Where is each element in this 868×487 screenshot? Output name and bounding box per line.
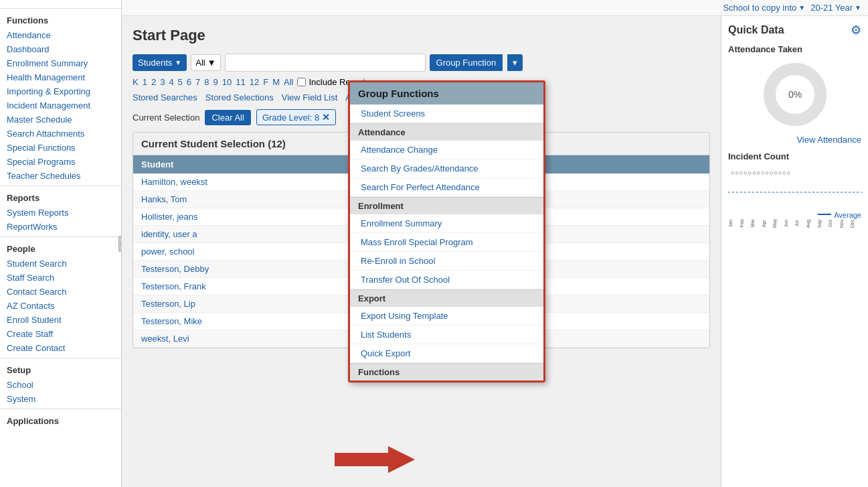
students-dropdown-btn[interactable]: Students ▼ (133, 54, 187, 71)
student-name-link[interactable]: Testerson, Mike (141, 316, 202, 326)
quick-data-header: Quick Data ⚙ (728, 23, 861, 38)
popup-item-student-screens[interactable]: Student Screens (350, 105, 543, 123)
attendance-section: Attendance Taken 0% View Attendance (728, 44, 861, 145)
sidebar-item-system[interactable]: System (0, 392, 121, 406)
donut-percent-text: 0% (788, 89, 801, 100)
incident-bar-chart (728, 179, 862, 206)
year-chevron-icon: ▼ (855, 4, 861, 11)
grade-9[interactable]: 9 (213, 77, 218, 87)
student-name-link[interactable]: power, school (141, 247, 195, 257)
avg-label: Average (834, 211, 861, 219)
all-select[interactable]: All ▼ (191, 54, 220, 71)
view-field-list-link[interactable]: View Field List (282, 92, 338, 102)
sidebar-item-search-attachments[interactable]: Search Attachments (0, 127, 121, 141)
student-name-link[interactable]: identity, user a (141, 229, 197, 239)
grade-1[interactable]: 1 (143, 77, 147, 87)
popup-item-mass-enroll[interactable]: Mass Enroll Special Program (350, 233, 543, 252)
grade-11[interactable]: 11 (236, 77, 245, 87)
sidebar-item-az-contacts[interactable]: AZ Contacts (0, 299, 121, 313)
grade-12[interactable]: 12 (250, 77, 259, 87)
sidebar-item-system-reports[interactable]: System Reports (0, 206, 121, 220)
grade-M[interactable]: M (272, 77, 280, 87)
sidebar-item-special-programs[interactable]: Special Programs (0, 155, 121, 169)
quick-data-title: Quick Data (728, 24, 784, 36)
filter-tag-close-icon[interactable]: ✕ (322, 112, 330, 123)
grade-K[interactable]: K (133, 77, 139, 87)
popup-section-enrollment: Enrollment (350, 197, 543, 214)
popup-item-reenroll[interactable]: Re-Enroll in School (350, 252, 543, 271)
incident-section: Incident Count ○○○○○○○○○○○○○○ Average Ja… (728, 151, 861, 228)
stored-selections-link[interactable]: Stored Selections (205, 92, 274, 102)
grade-All[interactable]: All (284, 77, 293, 87)
sidebar-item-special-functions[interactable]: Special Functions (0, 141, 121, 155)
search-input[interactable] (225, 54, 426, 72)
all-chevron-icon: ▼ (207, 58, 216, 68)
student-name-link[interactable]: Hamilton, weekst (141, 177, 207, 187)
include-remote-checkbox[interactable] (297, 78, 306, 86)
grade-2[interactable]: 2 (151, 77, 156, 87)
sidebar-item-importing-exporting[interactable]: Importing & Exporting (0, 84, 121, 98)
grade-8[interactable]: 8 (204, 77, 209, 87)
popup-item-list-students[interactable]: List Students (350, 326, 543, 344)
group-function-arrow-btn[interactable]: ▾ (507, 54, 523, 71)
students-label: Students (138, 58, 172, 68)
popup-item-attendance-change[interactable]: Attendance Change (350, 141, 543, 159)
month-label: Feb (740, 219, 751, 228)
grade-7[interactable]: 7 (195, 77, 200, 87)
sidebar-item-incident-management[interactable]: Incident Management (0, 98, 121, 113)
sidebar-item-school[interactable]: School (0, 378, 121, 392)
sidebar-item-master-schedule[interactable]: Master Schedule (0, 113, 121, 127)
popup-item-export-template[interactable]: Export Using Template (350, 307, 543, 326)
group-functions-popup: Group Functions Student Screens Attendan… (348, 80, 545, 382)
school-dropdown[interactable]: School to copy into ▼ (723, 3, 805, 13)
student-name-link[interactable]: Hollister, jeans (141, 212, 198, 222)
grade-5[interactable]: 5 (178, 77, 183, 87)
grade-10[interactable]: 10 (222, 77, 232, 87)
month-label: Aug (806, 219, 817, 228)
student-name-link[interactable]: Testerson, Debby (141, 264, 209, 274)
sidebar-item-dashboard[interactable]: Dashboard (0, 42, 121, 56)
sidebar-item-teacher-schedules[interactable]: Teacher Schedules (0, 169, 121, 183)
group-function-btn[interactable]: Group Function (430, 54, 503, 71)
sidebar-item-attendance[interactable]: Attendance (0, 28, 121, 42)
arrow-overlay (335, 446, 415, 475)
popup-item-quick-export[interactable]: Quick Export (350, 344, 543, 363)
sidebar-item-reportworks[interactable]: ReportWorks (0, 220, 121, 234)
sidebar-item-create-staff[interactable]: Create Staff (0, 327, 121, 341)
header-bar: School to copy into ▼ 20-21 Year ▼ (122, 0, 868, 16)
student-name-link[interactable]: Hanks, Tom (141, 194, 187, 204)
grade-3[interactable]: 3 (160, 77, 165, 87)
sidebar-item-enroll-student[interactable]: Enroll Student (0, 313, 121, 327)
month-label: Mar (750, 219, 762, 228)
grade-6[interactable]: 6 (187, 77, 191, 87)
popup-section-export: Export (350, 289, 543, 307)
popup-section-attendance: Attendance (350, 123, 543, 141)
sidebar-item-health-management[interactable]: Health Management (0, 70, 121, 84)
year-dropdown[interactable]: 20-21 Year ▼ (810, 3, 861, 13)
popup-item-enrollment-summary[interactable]: Enrollment Summary (350, 214, 543, 233)
right-panel: Quick Data ⚙ Attendance Taken 0% View At… (721, 16, 868, 487)
grade-F[interactable]: F (263, 77, 268, 87)
student-name-link[interactable]: weekst, Levi (141, 334, 189, 344)
sidebar-section-setup: Setup (0, 358, 121, 378)
sidebar-item-staff-search[interactable]: Staff Search (0, 271, 121, 285)
incident-chart: ○○○○○○○○○○○○○○ (728, 167, 861, 207)
sidebar-item-contact-search[interactable]: Contact Search (0, 285, 121, 299)
sidebar-item-enrollment-summary[interactable]: Enrollment Summary (0, 56, 121, 70)
all-label: All (195, 58, 205, 68)
grade-4[interactable]: 4 (169, 77, 173, 87)
student-name-link[interactable]: Testerson, Lip (141, 299, 195, 309)
student-name-link[interactable]: Testerson, Frank (141, 281, 206, 291)
month-label: May (772, 219, 784, 228)
sidebar-item-student-search[interactable]: Student Search (0, 257, 121, 271)
sidebar-section-reports: Reports (0, 186, 121, 206)
gear-icon[interactable]: ⚙ (851, 23, 861, 38)
stored-searches-link[interactable]: Stored Searches (133, 92, 197, 102)
sidebar-section-functions: Functions (0, 8, 121, 28)
popup-item-transfer-out[interactable]: Transfer Out Of School (350, 271, 543, 289)
popup-item-search-by-grades[interactable]: Search By Grades/Attendance (350, 159, 543, 178)
popup-item-perfect-attendance[interactable]: Search For Perfect Attendance (350, 178, 543, 197)
clear-all-btn[interactable]: Clear All (205, 110, 250, 125)
view-attendance-link[interactable]: View Attendance (728, 135, 861, 145)
sidebar-item-create-contact[interactable]: Create Contact (0, 341, 121, 355)
